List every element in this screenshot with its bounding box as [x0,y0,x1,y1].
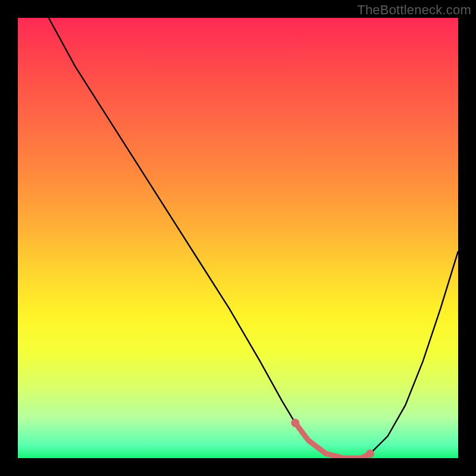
bottleneck-curve [49,18,458,458]
chart-canvas: TheBottleneck.com [0,0,476,476]
highlight-endpoint-left [291,419,299,427]
plot-area [18,18,458,458]
curve-layer [18,18,458,458]
highlight-band [295,423,370,458]
highlight-endpoint-right [366,450,374,458]
watermark-text: TheBottleneck.com [357,2,471,18]
